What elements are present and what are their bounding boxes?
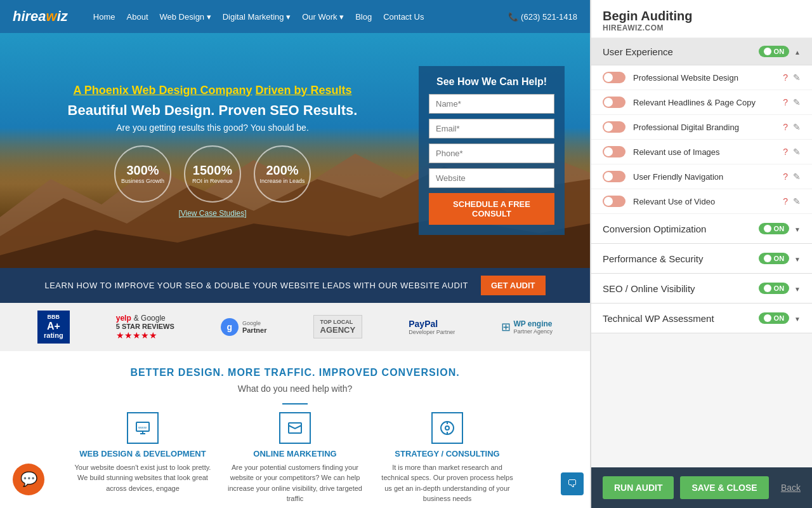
save-close-button[interactable]: SAVE & CLOSE: [680, 476, 768, 499]
service-marketing: ONLINE MARKETING Are your potential cust…: [225, 412, 365, 504]
yelp-badge: yelp & Google 5 STAR REVIEWS ★★★★★: [116, 314, 174, 340]
form-email[interactable]: [429, 119, 554, 138]
webdesign-title: WEB DESIGN & DEVELOPMENT: [73, 449, 213, 458]
marketing-title: ONLINE MARKETING: [225, 449, 365, 458]
hero-subtext: Are you getting results this good? You s…: [25, 123, 400, 133]
item-relevant-video: Relevant Use of Video ? ✎: [591, 189, 812, 214]
edit-icon-4[interactable]: ✎: [793, 171, 801, 182]
section-ux-toggle[interactable]: ON: [759, 46, 790, 57]
site-nav: hireawiz Home About Web Design ▾ Digital…: [0, 0, 590, 33]
section-conversion-toggle[interactable]: ON: [759, 223, 790, 234]
audit-banner: LEARN HOW TO IMPROVE YOUR SEO & DOUBLE Y…: [0, 268, 590, 303]
item-actions-video: ? ✎: [783, 196, 801, 206]
get-audit-button[interactable]: GET AUDIT: [481, 276, 546, 295]
stats-container: 300% Business Growth 1500% ROI in Revenu…: [25, 145, 400, 203]
schedule-consult-button[interactable]: SCHEDULE A FREE CONSULT: [429, 193, 554, 225]
audit-title: Begin Auditing: [603, 9, 801, 23]
item-toggle-navigation[interactable]: [603, 171, 625, 182]
chevron-down-icon-wp: [794, 312, 801, 324]
item-toggle-images[interactable]: [603, 146, 625, 157]
website-preview: hireawiz Home About Web Design ▾ Digital…: [0, 0, 590, 508]
marketing-desc: Are your potential customers finding you…: [225, 462, 365, 504]
nav-marketing[interactable]: Digital Marketing ▾: [223, 12, 291, 22]
question-icon-4[interactable]: ?: [783, 171, 788, 182]
service-strategy: STRATEGY / CONSULTING It is more than ma…: [377, 412, 517, 504]
chat-button[interactable]: 💬: [13, 464, 44, 495]
nav-webdesign[interactable]: Web Design ▾: [160, 12, 211, 22]
run-audit-button[interactable]: RUN AUDIT: [603, 476, 674, 499]
section-user-experience[interactable]: User Experience ON: [591, 38, 812, 65]
edit-icon-0[interactable]: ✎: [793, 72, 801, 83]
hero-heading: Beautiful Web Design. Proven SEO Results…: [25, 102, 400, 119]
item-label-headlines: Relevant Headlines & Page Copy: [633, 98, 775, 107]
section-conversion-label: Conversion Optimization: [603, 224, 706, 234]
section-conversion: Conversion Optimization ON: [591, 214, 812, 244]
edit-icon-2[interactable]: ✎: [793, 122, 801, 132]
edit-icon-5[interactable]: ✎: [793, 196, 801, 206]
help-button[interactable]: 🗨: [561, 472, 584, 495]
section-seo-header[interactable]: SEO / Online Visibility ON: [591, 274, 812, 303]
section-performance-header[interactable]: Performance & Security ON: [591, 244, 812, 273]
item-label-navigation: User Friendly Navigation: [633, 172, 775, 182]
audit-url: HIREAWIZ.COM: [603, 23, 801, 32]
item-actions-branding: ? ✎: [783, 122, 801, 132]
site-logo: hireawiz: [13, 8, 68, 25]
item-digital-branding: Professional Digital Branding ? ✎: [591, 115, 812, 140]
question-icon-1[interactable]: ?: [783, 97, 788, 107]
back-link[interactable]: Back: [781, 483, 801, 493]
edit-icon-3[interactable]: ✎: [793, 147, 801, 157]
item-toggle-video[interactable]: [603, 196, 625, 207]
chevron-up-icon: [794, 46, 801, 57]
item-toggle-headlines[interactable]: [603, 97, 625, 108]
item-actions-professional-website: ? ✎: [783, 72, 801, 83]
audit-body: User Experience ON Professional Website …: [591, 38, 812, 467]
form-title: See How We Can Help!: [429, 76, 554, 88]
badges-bar: BBB A+ rating yelp & Google 5 STAR REVIE…: [0, 303, 590, 351]
section-technicalwp-label: Technical WP Assessment: [603, 313, 714, 324]
hero-form: See How We Can Help! SCHEDULE A FREE CON…: [419, 66, 565, 235]
form-website[interactable]: [429, 168, 554, 188]
section-performance-toggle[interactable]: ON: [759, 253, 790, 264]
item-toggle-professional-website[interactable]: [603, 72, 625, 83]
nav-blog[interactable]: Blog: [355, 12, 372, 22]
section-technicalwp-header[interactable]: Technical WP Assessment ON: [591, 304, 812, 333]
wpengine-badge: ⊞ WP engine Partner Agency: [501, 319, 553, 335]
nav-ourwork[interactable]: Our Work ▾: [302, 12, 344, 22]
question-icon-2[interactable]: ?: [783, 122, 788, 132]
question-icon-0[interactable]: ?: [783, 72, 788, 83]
section-seo: SEO / Online Visibility ON: [591, 274, 812, 304]
services-grid: www WEB DESIGN & DEVELOPMENT Your websit…: [25, 412, 565, 504]
stat-300: 300% Business Growth: [114, 145, 171, 203]
nav-about[interactable]: About: [127, 12, 148, 22]
nav-links: Home About Web Design ▾ Digital Marketin…: [93, 12, 496, 22]
better-section: BETTER DESIGN. MORE TRAFFIC. IMPROVED CO…: [0, 351, 590, 508]
svg-text:www: www: [138, 425, 147, 429]
item-label-branding: Professional Digital Branding: [633, 123, 775, 132]
better-heading: BETTER DESIGN. MORE TRAFFIC. IMPROVED CO…: [25, 367, 565, 378]
section-seo-label: SEO / Online Visibility: [603, 283, 695, 294]
item-toggle-branding[interactable]: [603, 121, 625, 133]
section-ux-label: User Experience: [603, 46, 673, 57]
item-relevant-images: Relevant use of Images ? ✎: [591, 140, 812, 164]
item-actions-headlines: ? ✎: [783, 97, 801, 107]
hero-tagline: A Phoenix Web Design Company Driven by R…: [25, 84, 400, 97]
item-professional-website: Professional Website Design ? ✎: [591, 65, 812, 90]
stat-1500: 1500% ROI in Revenue: [184, 145, 241, 203]
top-local-badge: TOP LOCAL AGENCY: [313, 315, 363, 338]
nav-contact[interactable]: Contact Us: [383, 12, 424, 22]
question-icon-5[interactable]: ?: [783, 196, 788, 206]
webdesign-desc: Your website doesn't exist just to look …: [73, 462, 213, 494]
stat-200: 200% Increase in Leads: [254, 145, 311, 203]
form-name[interactable]: [429, 94, 554, 114]
nav-home[interactable]: Home: [93, 12, 115, 22]
svg-point-11: [445, 426, 449, 430]
question-icon-3[interactable]: ?: [783, 147, 788, 157]
section-conversion-header[interactable]: Conversion Optimization ON: [591, 214, 812, 243]
edit-icon-1[interactable]: ✎: [793, 97, 801, 107]
form-phone[interactable]: [429, 144, 554, 163]
chevron-down-icon-performance: [794, 253, 801, 264]
hero-content: A Phoenix Web Design Company Driven by R…: [25, 84, 400, 218]
section-seo-toggle[interactable]: ON: [759, 283, 790, 294]
section-technicalwp-toggle[interactable]: ON: [759, 312, 790, 324]
case-studies-link[interactable]: [View Case Studies]: [25, 209, 400, 218]
